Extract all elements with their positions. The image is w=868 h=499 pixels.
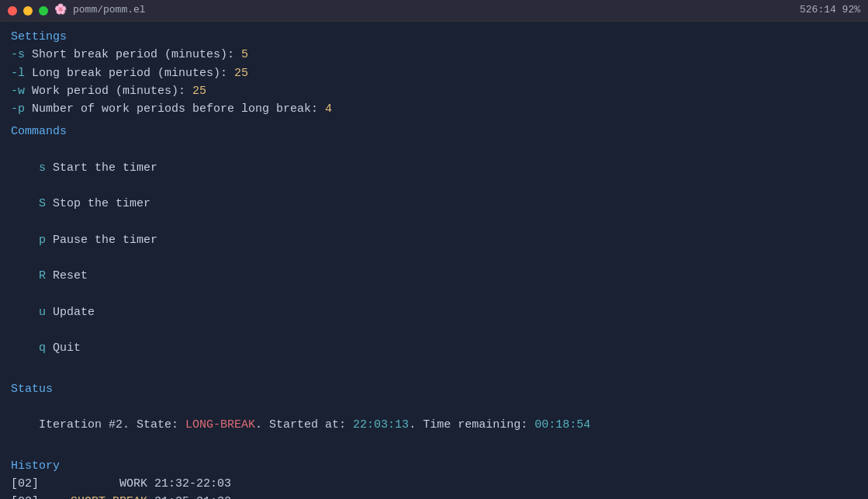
commands-label: Commands [11,123,857,140]
terminal-body: Settings -s Short break period (minutes)… [0,22,868,499]
status-line: Iteration #2. State: LONG-BREAK. Started… [11,398,857,452]
repo-icon: 🌸 [54,2,67,18]
history-label: History [11,457,857,475]
history-container: [02]WORK 21:32-22:03[02]SHORT-BREAK 21:2… [11,475,857,499]
settings-long-break: -l Long break period (minutes): 25 [11,64,857,82]
commands-list: s Start the timer S Stop the timer p Pau… [11,141,857,376]
settings-label: Settings [11,28,857,46]
window-stats: 526:14 92% [800,2,860,18]
repo-name: pomm/pomm.el [73,2,146,18]
maximize-button[interactable] [39,6,48,16]
history-row: [02]WORK 21:32-22:03 [11,475,857,493]
settings-work: -w Work period (minutes): 25 [11,82,857,100]
minimize-button[interactable] [23,6,33,16]
settings-num-periods: -p Number of work periods before long br… [11,100,857,118]
titlebar: 🌸 pomm/pomm.el 526:14 92% [0,0,868,22]
close-button[interactable] [8,6,17,16]
history-row: [02]SHORT-BREAK 21:25-21:32 [11,493,857,499]
settings-short-break: -s Short break period (minutes): 5 [11,46,857,64]
status-label: Status [11,380,857,398]
